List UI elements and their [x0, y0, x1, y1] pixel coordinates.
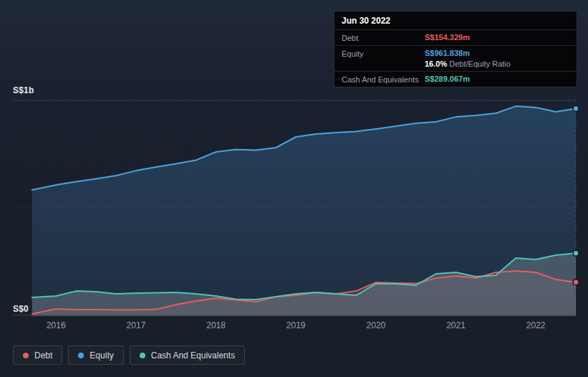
tooltip-debt-equity-ratio: 16.0% Debt/Equity Ratio [425, 59, 511, 68]
x-axis-tick-2022: 2022 [526, 320, 546, 330]
tooltip-row-cash: Cash And Equivalents S$289.067m [334, 71, 577, 87]
cash-series-dot-icon [140, 353, 145, 358]
cash-and-equivalents-endpoint-dot [573, 250, 579, 256]
tooltip-ratio-value: 16.0% [425, 59, 447, 68]
x-axis-tick-2020: 2020 [367, 320, 386, 330]
legend-item-equity[interactable]: Equity [68, 345, 123, 365]
x-axis-tick-2021: 2021 [446, 320, 466, 330]
tooltip-cash-value: S$289.067m [425, 75, 470, 83]
legend-item-debt[interactable]: Debt [13, 345, 62, 365]
tooltip-equity-label: Equity [342, 49, 425, 58]
legend: Debt Equity Cash And Equivalents [13, 345, 245, 365]
tooltip-debt-label: Debt [342, 33, 425, 42]
legend-item-cash[interactable]: Cash And Equivalents [130, 345, 245, 365]
debt-endpoint-dot [573, 280, 579, 285]
equity-series-dot-icon [78, 353, 84, 358]
x-axis-tick-2018: 2018 [206, 320, 226, 330]
equity-endpoint-dot [573, 105, 579, 111]
legend-debt-label: Debt [34, 350, 52, 361]
tooltip-cash-label: Cash And Equivalents [342, 75, 425, 84]
x-axis-tick-2017: 2017 [127, 320, 146, 330]
legend-cash-label: Cash And Equivalents [151, 350, 235, 361]
y-axis-label-top: S$1b [13, 85, 34, 95]
debt-series-dot-icon [23, 353, 29, 358]
tooltip-ratio-label: Debt/Equity Ratio [449, 59, 511, 68]
legend-equity-label: Equity [90, 350, 113, 361]
tooltip-row-debt: Debt S$154.329m [334, 30, 577, 45]
tooltip-row-equity: Equity S$961.838m 16.0% Debt/Equity Rati… [334, 45, 577, 71]
y-axis-label-bottom: S$0 [13, 304, 29, 314]
x-axis-tick-2016: 2016 [47, 320, 66, 330]
debt-equity-history-chart: S$1b S$0 2016201720182019202020212022 Ju… [0, 0, 588, 377]
tooltip-debt-value: S$154.329m [425, 33, 470, 42]
tooltip-equity-value: S$961.838m [425, 49, 511, 57]
tooltip: Jun 30 2022 Debt S$154.329m Equity S$961… [334, 11, 577, 87]
tooltip-date: Jun 30 2022 [334, 11, 577, 30]
x-axis-tick-2019: 2019 [286, 320, 306, 330]
series-areas [32, 106, 576, 316]
